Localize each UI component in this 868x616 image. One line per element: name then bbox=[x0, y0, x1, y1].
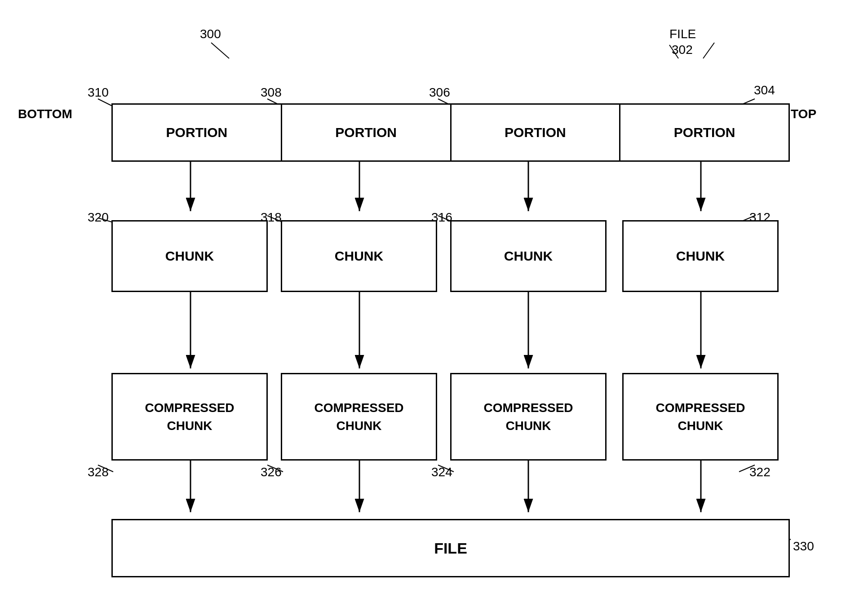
compressed-chunk-1: COMPRESSEDCHUNK bbox=[111, 373, 268, 461]
ref-328: 328 bbox=[88, 465, 109, 479]
chunk-4: CHUNK bbox=[622, 220, 779, 292]
ref-326: 326 bbox=[261, 465, 282, 479]
compressed-chunk-4: COMPRESSEDCHUNK bbox=[622, 373, 779, 461]
portion-2: PORTION bbox=[282, 105, 452, 160]
ref-300: 300 bbox=[200, 27, 221, 41]
file-top-label: FILE bbox=[669, 27, 696, 41]
ref-308: 308 bbox=[261, 85, 282, 100]
top-label: TOP bbox=[791, 107, 816, 121]
ref-306: 306 bbox=[429, 85, 450, 100]
ref-322: 322 bbox=[749, 465, 771, 479]
bottom-label: BOTTOM bbox=[18, 107, 72, 121]
portions-row: PORTION PORTION PORTION PORTION bbox=[111, 103, 790, 162]
ref-330: 330 bbox=[793, 539, 814, 554]
ref-302: 302 bbox=[672, 43, 693, 57]
ref-320: 320 bbox=[88, 210, 109, 225]
portion-1: PORTION bbox=[113, 105, 282, 160]
compressed-chunk-3: COMPRESSEDCHUNK bbox=[450, 373, 607, 461]
ref-324: 324 bbox=[431, 465, 452, 479]
chunk-1: CHUNK bbox=[111, 220, 268, 292]
svg-line-14 bbox=[703, 43, 714, 58]
ref-304: 304 bbox=[754, 83, 775, 97]
ref-310: 310 bbox=[88, 85, 109, 100]
chunk-2: CHUNK bbox=[281, 220, 437, 292]
chunk-3: CHUNK bbox=[450, 220, 607, 292]
portion-4: PORTION bbox=[620, 105, 788, 160]
svg-line-13 bbox=[211, 43, 229, 58]
file-box: FILE bbox=[111, 519, 790, 577]
portion-3: PORTION bbox=[452, 105, 621, 160]
svg-line-15 bbox=[98, 99, 111, 106]
diagram: 300 FILE 302 304 BOTTOM TOP 310 308 306 … bbox=[0, 0, 868, 616]
compressed-chunk-2: COMPRESSEDCHUNK bbox=[281, 373, 437, 461]
